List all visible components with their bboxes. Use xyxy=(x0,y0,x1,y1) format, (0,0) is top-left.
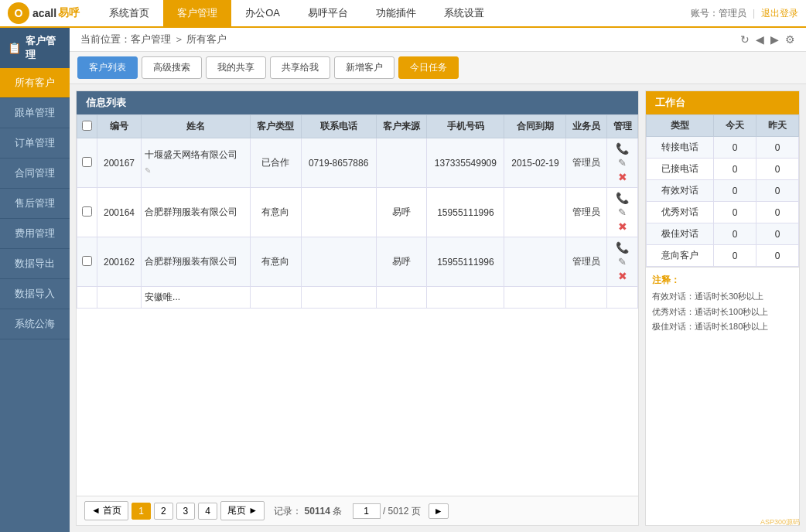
app-logo: O acall 易呼 xyxy=(8,2,80,24)
gear-icon[interactable]: ⚙ xyxy=(785,33,795,46)
col-staff: 业务员 xyxy=(566,115,607,138)
tab-advanced-search[interactable]: 高级搜索 xyxy=(142,56,202,79)
call-icon[interactable]: 📞 xyxy=(616,192,629,204)
row-checkbox-cell[interactable] xyxy=(77,237,97,287)
row-mobile xyxy=(427,287,504,309)
nav-platform[interactable]: 易呼平台 xyxy=(294,0,362,27)
wb-row: 优秀对话 0 0 xyxy=(647,202,799,223)
tab-customer-list[interactable]: 客户列表 xyxy=(77,56,138,79)
go-page-btn[interactable]: ► xyxy=(429,503,449,519)
action-cell: 📞 ✎ ✖ xyxy=(612,241,633,282)
pagination: ◄ 首页 1 2 3 4 尾页 ► 记录： 50114 条 / 5012 xyxy=(77,496,638,525)
row-manage[interactable]: 📞 ✎ ✖ xyxy=(607,237,638,287)
row-mobile: 15955111996 xyxy=(427,237,504,287)
sidebar-item-aftersale[interactable]: 售后管理 xyxy=(0,189,70,219)
back-icon[interactable]: ◀ xyxy=(756,33,764,46)
content-area: 信息列表 编号 姓名 客户类型 联系电话 xyxy=(70,84,806,532)
page-input[interactable] xyxy=(353,503,381,519)
wb-header-row: 类型 今天 昨天 xyxy=(647,115,799,137)
edit-icon[interactable]: ✎ xyxy=(618,157,627,169)
table-row: 200164 合肥群翔服装有限公司 有意向 易呼 15955111996 管理员… xyxy=(77,188,638,237)
sidebar-item-contracts[interactable]: 合同管理 xyxy=(0,159,70,189)
nav-oa[interactable]: 办公OA xyxy=(231,0,294,27)
table-row: 200167 十堰盛天网络有限公司✎ 已合作 0719-8657886 1373… xyxy=(77,138,638,188)
row-checkbox-cell[interactable] xyxy=(77,188,97,237)
tab-shared-to-me[interactable]: 共享给我 xyxy=(270,56,330,79)
action-cell: 📞 ✎ ✖ xyxy=(612,192,633,233)
wb-yesterday: 0 xyxy=(756,202,799,223)
sidebar-item-expenses[interactable]: 费用管理 xyxy=(0,219,70,249)
row-staff: 管理员 xyxy=(566,188,607,237)
wb-col-type: 类型 xyxy=(647,115,714,137)
first-page-btn[interactable]: ◄ 首页 xyxy=(84,501,128,520)
forward-icon[interactable]: ▶ xyxy=(770,33,779,46)
sidebar-title: 客户管理 xyxy=(26,34,62,62)
info-panel-header: 信息列表 xyxy=(77,91,638,114)
row-name: 合肥群翔服装有限公司 xyxy=(142,188,251,237)
tab-bar: 客户列表 高级搜索 我的共享 共享给我 新增客户 今日任务 xyxy=(70,52,806,84)
col-mobile: 手机号码 xyxy=(427,115,504,138)
page-3-btn[interactable]: 3 xyxy=(176,503,196,520)
row-checkbox[interactable] xyxy=(82,157,92,167)
tab-today-tasks[interactable]: 今日任务 xyxy=(398,56,459,79)
row-checkbox[interactable] xyxy=(82,206,92,217)
row-type: 有意向 xyxy=(250,188,301,237)
wb-type: 有效对话 xyxy=(647,180,714,202)
sidebar-item-import[interactable]: 数据导入 xyxy=(0,279,70,309)
row-id: 200164 xyxy=(97,188,142,237)
note-item-1: 优秀对话：通话时长100秒以上 xyxy=(652,305,793,319)
row-id: 200162 xyxy=(97,237,142,287)
last-page-btn[interactable]: 尾页 ► xyxy=(220,501,265,520)
wb-yesterday: 0 xyxy=(756,137,799,159)
row-manage[interactable]: 📞 ✎ ✖ xyxy=(607,188,638,237)
row-manage[interactable]: 📞 ✎ ✖ xyxy=(607,138,638,188)
note-item-2: 极佳对话：通话时长180秒以上 xyxy=(652,320,793,333)
call-icon[interactable]: 📞 xyxy=(616,142,629,155)
page-2-btn[interactable]: 2 xyxy=(154,503,173,520)
row-mobile: 137335549909 xyxy=(427,138,504,188)
row-contract-end: 2015-02-19 xyxy=(504,138,566,188)
row-name: 安徽唯... xyxy=(142,287,251,309)
row-checkbox-cell[interactable] xyxy=(77,138,97,188)
nav-plugins[interactable]: 功能插件 xyxy=(362,0,430,27)
row-contract-end xyxy=(504,237,566,287)
row-staff: 管理员 xyxy=(566,237,607,287)
wb-yesterday: 0 xyxy=(756,223,799,245)
nav-customer[interactable]: 客户管理 xyxy=(163,0,231,27)
row-checkbox[interactable] xyxy=(82,256,92,266)
wb-yesterday: 0 xyxy=(756,159,799,180)
row-source xyxy=(376,287,427,309)
select-all-checkbox[interactable] xyxy=(82,121,92,131)
sidebar-item-orders[interactable]: 订单管理 xyxy=(0,128,70,159)
breadcrumb-actions: ↻ ◀ ▶ ⚙ xyxy=(740,33,795,46)
wb-today: 0 xyxy=(714,245,756,267)
delete-icon[interactable]: ✖ xyxy=(618,270,627,282)
logout-link[interactable]: 退出登录 xyxy=(761,7,798,20)
sidebar-item-followup[interactable]: 跟单管理 xyxy=(0,98,70,128)
sidebar-item-export[interactable]: 数据导出 xyxy=(0,249,70,279)
col-contract-end: 合同到期 xyxy=(504,115,566,138)
wb-type: 优秀对话 xyxy=(647,202,714,223)
page-1-btn[interactable]: 1 xyxy=(131,503,151,520)
tab-my-shared[interactable]: 我的共享 xyxy=(206,56,266,79)
row-name: 十堰盛天网络有限公司✎ xyxy=(142,138,251,188)
company-edit-icon[interactable]: ✎ xyxy=(145,166,151,175)
edit-icon[interactable]: ✎ xyxy=(618,256,627,268)
col-source: 客户来源 xyxy=(376,115,427,138)
call-icon[interactable]: 📞 xyxy=(616,241,629,254)
nav-settings[interactable]: 系统设置 xyxy=(430,0,498,27)
delete-icon[interactable]: ✖ xyxy=(618,220,627,233)
nav-home[interactable]: 系统首页 xyxy=(95,0,163,27)
page-4-btn[interactable]: 4 xyxy=(198,503,217,520)
workbench-table: 类型 今天 昨天 转接电话 0 0 已接电话 0 0 有效对话 0 0 优秀对话… xyxy=(646,114,799,267)
wb-row: 已接电话 0 0 xyxy=(647,159,799,180)
sidebar-item-public-sea[interactable]: 系统公海 xyxy=(0,309,70,339)
tab-add-customer[interactable]: 新增客户 xyxy=(334,56,394,79)
refresh-icon[interactable]: ↻ xyxy=(740,33,750,46)
row-phone xyxy=(301,237,376,287)
row-phone xyxy=(301,287,376,309)
delete-icon[interactable]: ✖ xyxy=(618,171,627,183)
edit-icon[interactable]: ✎ xyxy=(618,206,627,218)
sidebar-item-all-customers[interactable]: 所有客户 xyxy=(0,68,70,98)
top-account: 账号：管理员 | 退出登录 xyxy=(691,7,798,20)
